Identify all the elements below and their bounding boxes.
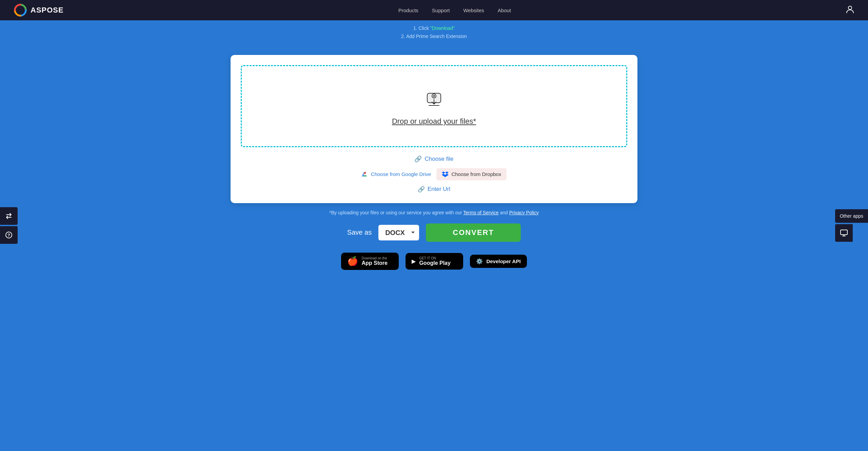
- dropbox-icon: [442, 171, 449, 178]
- help-button[interactable]: ?: [0, 226, 18, 244]
- other-apps-button[interactable]: Other apps: [835, 209, 868, 223]
- enter-url-button[interactable]: 🔗 Enter Url: [418, 186, 450, 193]
- format-select[interactable]: DOCX PDF DOC TXT: [378, 225, 419, 240]
- svg-text:?: ?: [7, 233, 10, 238]
- svg-rect-4: [841, 230, 847, 235]
- file-options: 🔗 Choose file Choose from Google Drive: [241, 155, 627, 193]
- terms-of-service-link[interactable]: Terms of Service: [463, 210, 498, 215]
- logo-text: ASPOSE: [31, 6, 64, 15]
- developer-api-badge[interactable]: ⚙️ Developer API: [470, 255, 527, 268]
- drop-text[interactable]: Drop or upload your files*: [392, 117, 476, 126]
- privacy-policy-link[interactable]: Privacy Policy: [509, 210, 539, 215]
- terms-text: *By uploading your files or using our se…: [329, 210, 539, 215]
- google-play-badge[interactable]: ▶ GET IT ON Google Play: [406, 253, 463, 270]
- choose-file-button[interactable]: 🔗 Choose file: [414, 155, 453, 163]
- convert-arrows-button[interactable]: [0, 207, 18, 225]
- main-content: Drop or upload your files* 🔗 Choose file: [0, 45, 868, 283]
- app-badges: 🍎 Download on the App Store ▶ GET IT ON …: [341, 253, 527, 270]
- google-drive-icon: [361, 171, 368, 178]
- google-drive-button[interactable]: Choose from Google Drive: [361, 171, 431, 178]
- notification-step1: 1. Click "Download": [0, 24, 868, 33]
- dropbox-button[interactable]: Choose from Dropbox: [436, 168, 507, 180]
- help-icon: ?: [5, 231, 13, 239]
- monitor-icon: [840, 229, 848, 237]
- header: ASPOSE Products Support Websites About: [0, 0, 868, 20]
- notification-step2: 2. Add Prime Search Extension: [0, 33, 868, 41]
- url-link-icon: 🔗: [418, 186, 425, 193]
- notification-bar: 1. Click "Download" 2. Add Prime Search …: [0, 20, 868, 45]
- logo-area[interactable]: ASPOSE: [14, 3, 64, 17]
- monitor-button[interactable]: [835, 224, 853, 242]
- nav-support[interactable]: Support: [432, 7, 450, 13]
- convert-bar: Save as DOCX PDF DOC TXT CONVERT: [231, 223, 637, 242]
- main-nav: Products Support Websites About: [398, 7, 511, 13]
- app-store-badge[interactable]: 🍎 Download on the App Store: [341, 253, 399, 270]
- aspose-logo-icon: [14, 3, 27, 17]
- nav-websites[interactable]: Websites: [463, 7, 484, 13]
- google-play-icon: ▶: [412, 258, 416, 264]
- drop-zone[interactable]: Drop or upload your files*: [241, 65, 627, 147]
- upload-icon: [422, 86, 446, 110]
- side-right-panel: Other apps: [835, 209, 868, 242]
- apple-icon: 🍎: [347, 256, 358, 267]
- nav-products[interactable]: Products: [398, 7, 418, 13]
- api-icon: ⚙️: [476, 258, 483, 264]
- nav-about[interactable]: About: [498, 7, 511, 13]
- side-left-panel: ?: [0, 207, 18, 244]
- convert-arrows-icon: [5, 212, 13, 220]
- header-right: [846, 5, 854, 16]
- upload-card: Drop or upload your files* 🔗 Choose file: [231, 55, 637, 203]
- save-as-label: Save as: [347, 229, 372, 236]
- cloud-options: Choose from Google Drive Choose from Dro…: [361, 168, 507, 180]
- link-icon: 🔗: [414, 155, 422, 163]
- user-icon[interactable]: [846, 5, 854, 16]
- svg-point-7: [433, 95, 435, 97]
- svg-point-1: [848, 6, 852, 9]
- convert-button[interactable]: CONVERT: [426, 223, 521, 242]
